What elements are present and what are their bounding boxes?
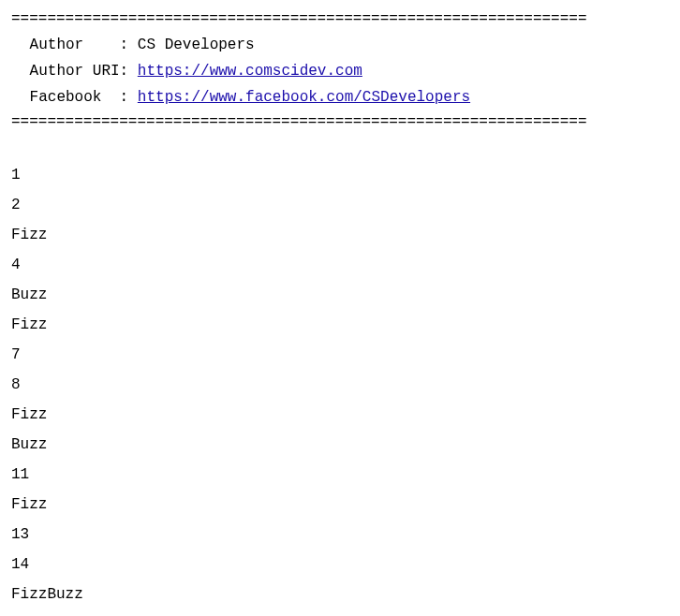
output-line: Fizz bbox=[11, 220, 669, 250]
output-line: Fizz bbox=[11, 310, 669, 340]
divider-top: ========================================… bbox=[11, 7, 669, 32]
author-uri-link[interactable]: https://www.comscidev.com bbox=[138, 63, 362, 80]
facebook-link[interactable]: https://www.facebook.com/CSDevelopers bbox=[138, 89, 470, 106]
output-line: 2 bbox=[11, 190, 669, 220]
output-line: 4 bbox=[11, 250, 669, 280]
header-block: Author : CS Developers Author URI: https… bbox=[11, 32, 669, 110]
output-line: 11 bbox=[11, 460, 669, 490]
author-uri-label: Author URI: bbox=[21, 63, 138, 80]
author-label: Author : bbox=[21, 37, 138, 53]
author-row: Author : CS Developers bbox=[21, 32, 669, 58]
output-line: Fizz bbox=[11, 490, 669, 520]
output-line: Buzz bbox=[11, 430, 669, 460]
output-line: 8 bbox=[11, 370, 669, 400]
output-line: 13 bbox=[11, 520, 669, 550]
output-line: 14 bbox=[11, 550, 669, 579]
author-value: CS Developers bbox=[138, 37, 255, 53]
output-line: Fizz bbox=[11, 400, 669, 430]
output-line: Buzz bbox=[11, 280, 669, 310]
author-uri-row: Author URI: https://www.comscidev.com bbox=[21, 58, 669, 84]
output-block: 1 2 Fizz 4 Buzz Fizz 7 8 Fizz Buzz 11 Fi… bbox=[11, 160, 669, 609]
output-line: FizzBuzz bbox=[11, 579, 669, 609]
output-line: 7 bbox=[11, 340, 669, 370]
facebook-row: Facebook : https://www.facebook.com/CSDe… bbox=[21, 84, 669, 110]
facebook-label: Facebook : bbox=[21, 89, 138, 106]
divider-bottom: ========================================… bbox=[11, 110, 669, 135]
output-line: 1 bbox=[11, 160, 669, 190]
